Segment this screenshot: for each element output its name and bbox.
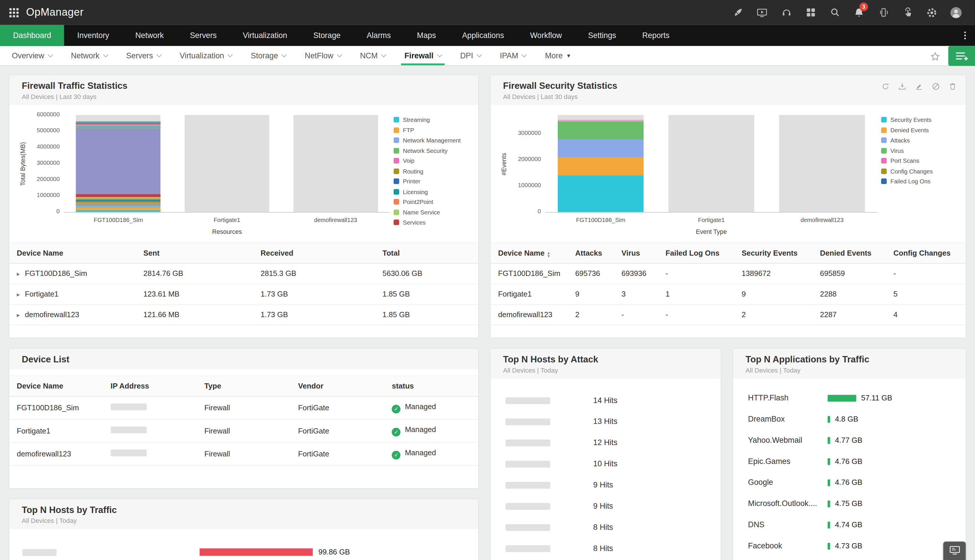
- tab-virtualization[interactable]: Virtualization: [170, 46, 242, 65]
- app-traffic-row[interactable]: Epic.Games4.76 GB: [733, 451, 965, 472]
- device-row[interactable]: FGT100D186_SimFirewallFortiGate✓Managed: [9, 397, 478, 419]
- nav-item-workflow[interactable]: Workflow: [517, 25, 575, 46]
- tab-storage[interactable]: Storage: [242, 46, 295, 65]
- chart-column[interactable]: [76, 115, 161, 212]
- tab-more[interactable]: More▾: [536, 46, 580, 65]
- legend-item[interactable]: Services: [393, 219, 469, 226]
- column-header[interactable]: Received: [253, 243, 375, 263]
- column-header[interactable]: Vendor: [291, 376, 385, 397]
- legend-item[interactable]: Port Scans: [881, 157, 957, 164]
- column-header[interactable]: Device Name: [9, 243, 136, 263]
- export-icon[interactable]: [898, 82, 907, 91]
- app-traffic-row[interactable]: Microsoft.Outlook....4.75 GB: [733, 493, 965, 514]
- attack-host-row[interactable]: 9 Hits: [491, 474, 721, 496]
- chart-column[interactable]: [185, 115, 269, 212]
- tab-firewall[interactable]: Firewall: [395, 46, 451, 65]
- expand-row-icon[interactable]: ▸: [17, 270, 20, 277]
- attack-host-row[interactable]: 13 Hits: [491, 411, 721, 432]
- edit-icon[interactable]: [915, 82, 923, 91]
- headset-icon[interactable]: [776, 0, 797, 25]
- favorite-star-icon[interactable]: [930, 50, 940, 62]
- table-row[interactable]: FGT100D186_Sim695736693936-1389672695859…: [491, 263, 966, 284]
- chart-column[interactable]: [779, 115, 865, 212]
- tab-servers[interactable]: Servers: [117, 46, 170, 65]
- device-row[interactable]: demofirewall123FirewallFortiGate✓Managed: [9, 442, 478, 465]
- legend-item[interactable]: Voip: [393, 157, 469, 164]
- attack-host-row[interactable]: 9 Hits: [491, 496, 721, 517]
- screen-share-icon[interactable]: [752, 0, 772, 25]
- notifications-icon[interactable]: 3: [849, 0, 869, 25]
- nav-item-maps[interactable]: Maps: [404, 25, 449, 46]
- legend-item[interactable]: Virus: [881, 147, 957, 154]
- nav-item-reports[interactable]: Reports: [629, 25, 682, 46]
- column-header[interactable]: Security Events: [734, 243, 812, 263]
- support-chat-button[interactable]: [943, 542, 966, 560]
- attack-host-row[interactable]: 8 Hits: [491, 538, 721, 559]
- app-traffic-row[interactable]: DreamBox4.8 GB: [733, 408, 965, 430]
- column-header[interactable]: Attacks: [568, 243, 614, 263]
- nav-item-alarms[interactable]: Alarms: [353, 25, 403, 46]
- nav-item-network[interactable]: Network: [122, 25, 177, 46]
- app-traffic-row[interactable]: Google4.76 GB: [733, 472, 965, 493]
- app-traffic-row[interactable]: HTTP.Flash57.11 GB: [733, 387, 965, 408]
- refresh-icon[interactable]: [881, 82, 890, 91]
- legend-item[interactable]: Licensing: [393, 188, 469, 195]
- attack-host-row[interactable]: 12 Hits: [491, 432, 721, 453]
- column-header[interactable]: Denied Events: [812, 243, 886, 263]
- column-header[interactable]: Sent: [136, 243, 253, 263]
- legend-item[interactable]: Security Events: [881, 117, 957, 123]
- column-header[interactable]: Device Name: [9, 376, 103, 397]
- tab-overview[interactable]: Overview: [3, 46, 62, 65]
- legend-item[interactable]: Point2Point: [393, 198, 469, 205]
- legend-item[interactable]: FTP: [393, 127, 469, 133]
- app-traffic-row[interactable]: DNS4.74 GB: [733, 514, 965, 535]
- legend-item[interactable]: Attacks: [881, 137, 957, 143]
- search-icon[interactable]: [824, 0, 845, 25]
- app-traffic-row[interactable]: Yahoo.Webmail4.77 GB: [733, 430, 965, 451]
- sort-icon[interactable]: ▴▾: [548, 251, 550, 257]
- column-header[interactable]: Virus: [614, 243, 658, 263]
- legend-item[interactable]: Config Changes: [881, 168, 957, 175]
- chart-column[interactable]: [557, 115, 643, 212]
- nav-item-settings[interactable]: Settings: [575, 25, 629, 46]
- nav-item-servers[interactable]: Servers: [177, 25, 230, 46]
- chart-column[interactable]: [668, 115, 755, 212]
- legend-item[interactable]: Failed Log Ons: [881, 178, 957, 185]
- nav-overflow-icon[interactable]: [955, 25, 975, 46]
- device-row[interactable]: Fortigate1FirewallFortiGate✓Managed: [9, 419, 478, 442]
- legend-item[interactable]: Network Security: [393, 147, 469, 154]
- column-header[interactable]: Total: [375, 243, 478, 263]
- column-header[interactable]: Config Changes: [886, 243, 966, 263]
- nav-item-virtualization[interactable]: Virtualization: [230, 25, 300, 46]
- unlink-icon[interactable]: [932, 82, 940, 91]
- column-header[interactable]: Failed Log Ons: [658, 243, 734, 263]
- column-header[interactable]: status: [385, 376, 478, 397]
- table-row[interactable]: ▸Fortigate1123.61 MB1.73 GB1.85 GB: [9, 284, 478, 304]
- legend-item[interactable]: Streaming: [393, 117, 469, 123]
- attack-host-row[interactable]: 10 Hits: [491, 453, 721, 474]
- add-widget-button[interactable]: [948, 46, 975, 66]
- app-logo[interactable]: OpManager: [26, 6, 83, 18]
- tab-netflow[interactable]: NetFlow: [295, 46, 350, 65]
- nav-item-storage[interactable]: Storage: [300, 25, 354, 46]
- apps-icon[interactable]: [800, 0, 821, 25]
- table-row[interactable]: ▸demofirewall123121.66 MB1.73 GB1.85 GB: [9, 304, 478, 325]
- attack-host-row[interactable]: 14 Hits: [491, 390, 721, 411]
- expand-row-icon[interactable]: ▸: [17, 291, 20, 298]
- nav-item-applications[interactable]: Applications: [449, 25, 517, 46]
- attack-host-row[interactable]: 8 Hits: [491, 517, 721, 538]
- table-row[interactable]: demofirewall1232--222874: [491, 304, 966, 325]
- column-header[interactable]: IP Address: [103, 376, 197, 397]
- traffic-host-row[interactable]: 99.86 GB: [9, 543, 478, 560]
- rocket-icon[interactable]: [727, 0, 748, 25]
- nav-item-dashboard[interactable]: Dashboard: [0, 25, 64, 46]
- delete-icon[interactable]: [948, 82, 957, 91]
- tab-ipam[interactable]: IPAM: [490, 46, 536, 65]
- tab-ncm[interactable]: NCM: [351, 46, 395, 65]
- legend-item[interactable]: Routing: [393, 168, 469, 175]
- column-header[interactable]: Device Name▴▾: [491, 243, 568, 263]
- column-header[interactable]: Type: [197, 376, 290, 397]
- app-launcher-icon[interactable]: [9, 7, 19, 18]
- tab-network[interactable]: Network: [62, 46, 117, 65]
- legend-item[interactable]: Denied Events: [881, 127, 957, 133]
